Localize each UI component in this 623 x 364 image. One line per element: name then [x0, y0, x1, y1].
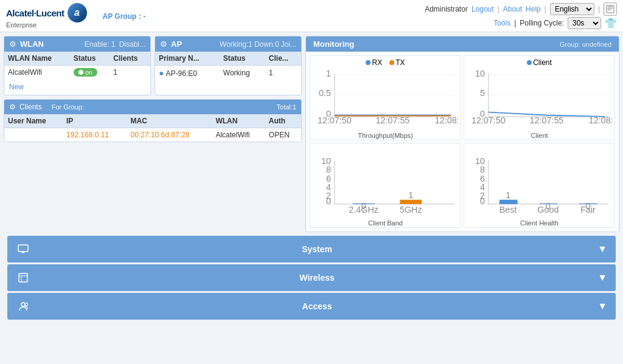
- ap-col-clients: Clie...: [265, 52, 301, 66]
- ap-clients-cell: 1: [265, 66, 301, 81]
- access-icon: [16, 299, 30, 314]
- wlan-new-link[interactable]: New: [4, 79, 150, 95]
- system-label: System: [37, 244, 597, 254]
- client-ip-link[interactable]: 192.168.0.11: [66, 131, 109, 139]
- ap-group: AP Group : -: [103, 11, 146, 21]
- accordion: System ▼ Wireless ▼: [4, 236, 619, 323]
- monitoring-title: Monitoring: [313, 39, 354, 49]
- wlan-panel-header: ⚙ WLAN Enable: 1 Disabl...: [4, 36, 150, 52]
- edit-icon[interactable]: [604, 2, 617, 16]
- admin-label: Administrator: [425, 5, 468, 13]
- clients-total: Total:1: [277, 103, 296, 111]
- ap-title: AP: [171, 39, 182, 49]
- top-section: ⚙ WLAN Enable: 1 Disabl... WLAN Name Sta…: [4, 36, 619, 232]
- monitoring-group: Group: undefined: [560, 41, 611, 48]
- table-row: AlcatelWifi on 1: [4, 66, 150, 80]
- svg-rect-58: [19, 273, 27, 282]
- client-health-chart: 10 8 6 4 2 0 1 0 0: [464, 143, 615, 228]
- ap-dot-icon: ●: [159, 68, 164, 78]
- wlan-title: WLAN: [20, 39, 44, 49]
- access-label: Access: [37, 301, 597, 311]
- svg-text:0.5: 0.5: [319, 88, 331, 98]
- wlan-col-status: Status: [70, 52, 110, 66]
- ap-gear-icon[interactable]: ⚙: [160, 39, 167, 49]
- clients-col-ip: IP: [63, 114, 127, 128]
- clients-col-auth: Auth: [265, 114, 301, 128]
- header-top-right: Administrator Logout | About Help | Engl…: [425, 2, 617, 16]
- logo-circle: a: [68, 3, 87, 22]
- accordion-system[interactable]: System ▼: [7, 236, 616, 263]
- client-health-title: Client Health: [467, 219, 612, 227]
- wlan-gear-icon[interactable]: ⚙: [9, 39, 16, 49]
- help-link[interactable]: Help: [526, 5, 541, 13]
- table-row: ●AP-96:E0 Working 1: [155, 66, 301, 81]
- client-chart: Client 10 5 0 12:07:50 12:07:55: [464, 55, 615, 140]
- logo-block: Alcatel·Lucent a Enterprise: [6, 3, 87, 29]
- tools-link[interactable]: Tools: [493, 19, 510, 27]
- client-mac-cell: 00:27:10:6d:87:28: [127, 128, 212, 142]
- wireless-icon: [16, 270, 30, 285]
- wlan-table: WLAN Name Status Clients AlcatelWifi on …: [4, 52, 150, 79]
- ap-col-status: Status: [220, 52, 265, 66]
- client-user-cell: [4, 128, 63, 142]
- tx-legend: TX: [389, 58, 405, 67]
- clients-gear-icon[interactable]: ⚙: [9, 103, 16, 111]
- clients-header: ⚙ Clients For Group: Total:1: [4, 100, 301, 114]
- client-wlan-cell: AlcatelWifi: [212, 128, 265, 142]
- clients-col-mac: MAC: [127, 114, 212, 128]
- client-svg: 10 5 0 12:07:50 12:07:55 12:08:0(: [467, 68, 612, 129]
- accordion-access[interactable]: Access ▼: [7, 293, 616, 320]
- access-arrow: ▼: [597, 301, 607, 312]
- ap-table: Primary N... Status Clie... ●AP-96:E0 Wo…: [155, 52, 301, 80]
- client-mac-link[interactable]: 00:27:10:6d:87:28: [131, 131, 190, 139]
- client-legend-item: Client: [527, 58, 552, 67]
- wlan-panel-body: WLAN Name Status Clients AlcatelWifi on …: [4, 52, 150, 95]
- svg-text:Good: Good: [537, 205, 559, 215]
- ap-panel-header: ⚙ AP Working:1 Down:0 Joi...: [155, 36, 301, 52]
- ap-name-cell: ●AP-96:E0: [155, 66, 220, 81]
- throughput-title: Throughput(Mbps): [313, 132, 458, 139]
- logout-link[interactable]: Logout: [472, 5, 494, 13]
- svg-rect-55: [18, 245, 28, 252]
- logo-text: Alcatel·Lucent: [6, 8, 64, 18]
- clients-title: Clients: [19, 103, 42, 111]
- ap-panel: ⚙ AP Working:1 Down:0 Joi... Primary N..…: [155, 36, 302, 95]
- shirt-icon[interactable]: 👕: [605, 18, 617, 29]
- svg-text:12:08:0(: 12:08:0(: [589, 115, 612, 125]
- wlan-stats: Enable: 1 Disabl...: [85, 40, 145, 49]
- client-title: Client: [467, 132, 612, 139]
- language-select[interactable]: English Chinese: [550, 3, 594, 15]
- ap-status-cell: Working: [220, 66, 265, 81]
- system-arrow: ▼: [597, 244, 607, 255]
- wlan-col-clients: Clients: [110, 52, 150, 66]
- svg-text:10: 10: [475, 69, 485, 78]
- about-link[interactable]: About: [503, 5, 522, 13]
- ap-stats: Working:1 Down:0 Joi...: [220, 40, 296, 49]
- wlan-col-name: WLAN Name: [4, 52, 70, 66]
- svg-text:1: 1: [408, 190, 413, 200]
- svg-text:12:07:55: 12:07:55: [376, 115, 410, 125]
- main-content: ⚙ WLAN Enable: 1 Disabl... WLAN Name Sta…: [0, 32, 623, 327]
- wlan-panel: ⚙ WLAN Enable: 1 Disabl... WLAN Name Sta…: [4, 36, 151, 95]
- enterprise-label: Enterprise: [6, 21, 87, 29]
- clients-panel-body: User Name IP MAC WLAN Auth 192.168.0.11 …: [4, 114, 301, 142]
- polling-cycle-select[interactable]: 30s 60s 120s: [568, 17, 601, 29]
- system-icon: [16, 242, 30, 256]
- toggle-dot: [78, 70, 83, 75]
- client-health-legend: [467, 146, 612, 154]
- clients-panel: ⚙ Clients For Group: Total:1 User Name I…: [4, 99, 302, 142]
- accordion-wireless[interactable]: Wireless ▼: [7, 264, 616, 291]
- svg-text:12:07:50: 12:07:50: [472, 115, 506, 125]
- throughput-chart: RX TX 1 0.5 0: [310, 55, 461, 140]
- wlan-clients-cell: 1: [110, 66, 150, 80]
- clients-col-user: User Name: [4, 114, 63, 128]
- client-band-legend: [313, 146, 458, 154]
- header: Alcatel·Lucent a Enterprise AP Group : -…: [0, 0, 623, 32]
- throughput-legend: RX TX: [313, 58, 458, 67]
- svg-text:Best: Best: [499, 205, 517, 215]
- wlan-toggle[interactable]: on: [74, 68, 97, 77]
- table-row: 192.168.0.11 00:27:10:6d:87:28 AlcatelWi…: [4, 128, 301, 142]
- svg-text:1: 1: [506, 190, 510, 200]
- svg-text:Fair: Fair: [580, 205, 596, 215]
- monitoring-panel: Monitoring Group: undefined RX TX 1: [305, 36, 619, 232]
